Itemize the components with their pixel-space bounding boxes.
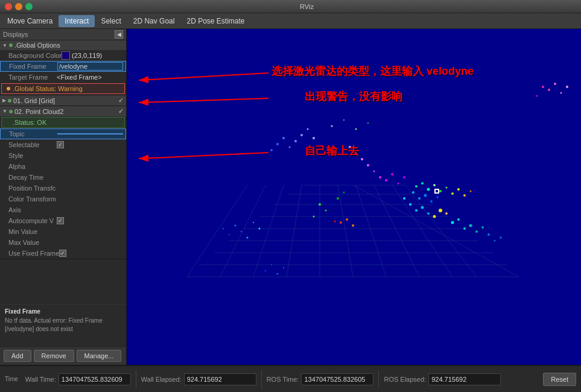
- global-options-section: ▼ .Global Options Background Color (23,0…: [0, 40, 126, 95]
- add-button[interactable]: Add: [4, 350, 31, 362]
- svg-point-79: [469, 224, 472, 227]
- fixed-frame-label: Fixed Frame: [9, 63, 57, 70]
- svg-line-11: [253, 185, 284, 277]
- ros-time-value: 1347047525.832605: [301, 373, 373, 385]
- svg-line-19: [354, 185, 519, 277]
- svg-point-88: [241, 231, 242, 232]
- grid-label: 01. Grid [Grid]: [13, 97, 55, 104]
- background-color-row: Background Color (23,0,119): [0, 50, 126, 61]
- svg-point-49: [349, 146, 351, 148]
- svg-point-97: [271, 264, 272, 265]
- ros-elapsed-value: 924.715692: [428, 373, 501, 385]
- selectable-checkbox[interactable]: ✓: [57, 141, 64, 148]
- topic-label: Topic: [9, 130, 57, 138]
- axis-label: Axis: [8, 206, 57, 213]
- decay-time-row: Decay Time: [0, 172, 126, 183]
- pc2-status-text: .Status: OK: [13, 119, 46, 126]
- svg-point-85: [223, 228, 224, 230]
- color-transform-row: Color Transform: [0, 194, 126, 204]
- svg-point-67: [548, 89, 550, 91]
- topic-row: Topic: [0, 128, 126, 139]
- remove-button[interactable]: Remove: [34, 350, 74, 362]
- viewport[interactable]: 选择激光雷达的类型，这里输入 velodyne 出现警告，没有影响 自己输上去: [127, 29, 581, 365]
- svg-point-68: [554, 83, 556, 85]
- svg-point-98: [277, 273, 279, 275]
- alpha-label: Alpha: [8, 163, 57, 170]
- menu-interact[interactable]: Interact: [59, 15, 95, 27]
- svg-point-94: [355, 128, 357, 130]
- displays-content[interactable]: ▼ .Global Options Background Color (23,0…: [0, 40, 126, 304]
- grid-dot: [8, 99, 11, 103]
- svg-point-46: [367, 164, 369, 166]
- global-options-header[interactable]: ▼ .Global Options: [0, 40, 126, 50]
- expand-arrow: ▼: [2, 43, 7, 48]
- svg-point-69: [560, 92, 562, 94]
- manage-button[interactable]: Manage...: [77, 350, 122, 362]
- svg-point-47: [361, 158, 363, 160]
- min-value-label: Min Value: [8, 228, 57, 235]
- grid-checkbox[interactable]: ✓: [118, 96, 124, 104]
- use-fixed-frame-row: Use Fixed Frame ✓: [0, 248, 126, 259]
- color-transform-label: Color Transform: [8, 195, 57, 203]
- close-button[interactable]: [5, 3, 12, 10]
- color-swatch[interactable]: [62, 51, 70, 60]
- wall-time-group: Wall Time: 1347047525.832609: [25, 373, 131, 385]
- autocompute-checkbox[interactable]: ✓: [57, 217, 64, 224]
- left-buttons: Add Remove Manage...: [0, 346, 126, 365]
- svg-point-73: [439, 209, 442, 212]
- svg-point-64: [313, 216, 315, 218]
- menu-2d-pose-estimate[interactable]: 2D Pose Estimate: [180, 15, 250, 27]
- svg-line-15: [356, 185, 386, 277]
- svg-point-78: [463, 227, 466, 230]
- svg-point-93: [343, 119, 344, 121]
- warning-dot: [7, 87, 10, 90]
- target-frame-value: <Fixed Frame>: [57, 74, 124, 81]
- bg-color-value: (23,0,119): [72, 52, 124, 59]
- pos-transform-label: Position Transfc: [8, 185, 57, 192]
- fixed-frame-row: Fixed Frame /velodyne: [0, 61, 126, 72]
- svg-point-54: [270, 149, 273, 151]
- svg-point-63: [319, 203, 321, 206]
- style-label: Style: [8, 152, 57, 159]
- svg-point-28: [463, 194, 466, 197]
- reset-button[interactable]: Reset: [543, 373, 576, 386]
- wall-elapsed-value: 924.715692: [184, 373, 256, 385]
- svg-point-80: [475, 230, 478, 233]
- menu-2d-nav-goal[interactable]: 2D Nav Goal: [127, 15, 181, 27]
- pc2-checkbox[interactable]: ✓: [118, 107, 124, 115]
- menubar: Move Camera Interact Select 2D Nav Goal …: [0, 13, 581, 29]
- svg-point-95: [367, 122, 369, 124]
- menu-move-camera[interactable]: Move Camera: [1, 15, 59, 27]
- svg-point-62: [325, 210, 327, 212]
- svg-point-59: [346, 218, 348, 221]
- svg-point-55: [300, 134, 303, 136]
- target-frame-label: Target Frame: [8, 74, 57, 81]
- svg-point-43: [403, 176, 405, 179]
- fixed-frame-value[interactable]: /velodyne: [57, 62, 123, 71]
- svg-point-52: [289, 147, 291, 148]
- svg-point-44: [379, 176, 381, 179]
- svg-point-72: [566, 86, 568, 88]
- minimize-button[interactable]: [15, 3, 22, 10]
- svg-point-39: [427, 212, 430, 215]
- svg-point-58: [340, 221, 342, 224]
- ros-time-label: ROS Time:: [267, 376, 299, 383]
- svg-point-50: [276, 143, 279, 145]
- titlebar: RViz: [0, 0, 581, 13]
- svg-point-76: [451, 221, 454, 224]
- svg-point-56: [307, 128, 309, 130]
- use-fixed-frame-checkbox[interactable]: ✓: [59, 250, 66, 257]
- axis-row: Axis: [0, 204, 126, 215]
- min-value-row: Min Value: [0, 226, 126, 237]
- pc2-status-row: .Status: OK: [1, 117, 125, 128]
- maximize-button[interactable]: [25, 3, 33, 10]
- menu-select[interactable]: Select: [95, 15, 127, 27]
- grid-header[interactable]: ▶ 01. Grid [Grid] ✓: [0, 95, 126, 106]
- global-options-label: .Global Options: [14, 42, 60, 49]
- wall-time-label: Wall Time:: [25, 376, 56, 383]
- svg-point-60: [352, 224, 354, 227]
- pointcloud2-header[interactable]: ▼ 02. Point Cloud2 ✓: [0, 106, 126, 116]
- left-panel: Displays ◀ ▼ .Global Options Background …: [0, 29, 127, 365]
- topic-value[interactable]: [57, 133, 123, 134]
- collapse-button[interactable]: ◀: [115, 30, 123, 39]
